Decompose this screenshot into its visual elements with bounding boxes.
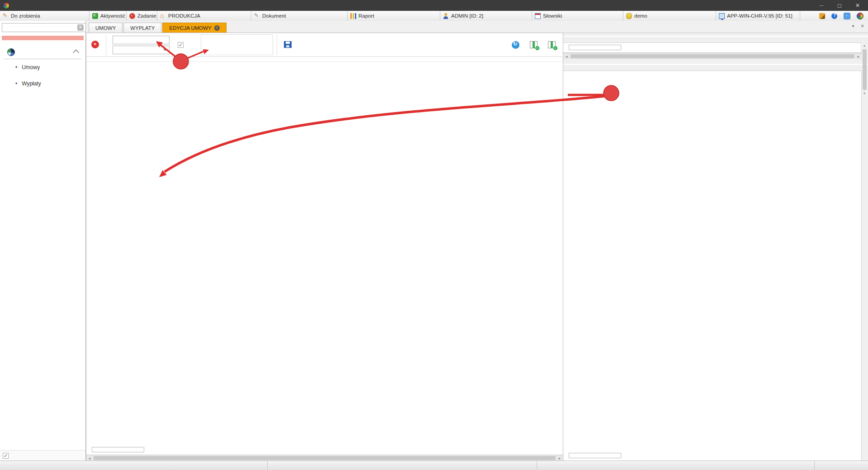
add-column-icon	[530, 41, 538, 48]
menu-item-label: Zadanie	[137, 13, 156, 19]
status-version	[268, 461, 537, 470]
minimize-button[interactable]	[814, 0, 829, 10]
maximize-button[interactable]	[832, 0, 847, 10]
menu-item-zadanie[interactable]: Zadanie	[127, 11, 157, 21]
main-group-panel[interactable]	[86, 57, 563, 62]
sidebar: UmowyWypłaty	[0, 21, 86, 461]
menu-item-do-zrobienia[interactable]: Do zrobienia	[0, 11, 90, 21]
tab-label: UMOWY	[95, 25, 116, 31]
monitor-icon	[719, 13, 725, 19]
refresh-icon	[512, 41, 519, 49]
scroll-right-icon[interactable]	[557, 456, 563, 461]
todo-header	[2, 36, 84, 40]
status-datetime	[815, 461, 868, 470]
menu-item-raport[interactable]: Raport	[348, 11, 440, 21]
menu-item-s-owniki[interactable]: Słowniki	[532, 11, 623, 21]
main-grid-record-count	[92, 447, 144, 452]
app-logo-icon	[3, 2, 9, 9]
scroll-left-icon[interactable]	[563, 54, 570, 59]
scroll-down-icon[interactable]	[863, 91, 865, 96]
sidebar-items: UmowyWypłaty	[0, 59, 85, 92]
menu-item-label: Do zrobienia	[11, 13, 40, 19]
scroll-right-icon[interactable]	[855, 54, 862, 59]
todo-pencil-icon	[3, 13, 9, 19]
collapse-chevron-icon[interactable]	[73, 49, 79, 55]
variables-grid	[86, 62, 563, 445]
status-copyright	[0, 461, 268, 470]
content-area: UMOWYWYPLATYEDYCJA UMOWY	[86, 21, 868, 461]
column-chooser-button[interactable]	[527, 37, 540, 52]
menu-item-label: demo	[634, 13, 647, 19]
tab-strip: UMOWYWYPLATYEDYCJA UMOWY	[86, 21, 868, 33]
search-clear-icon[interactable]	[77, 24, 84, 31]
scroll-up-icon[interactable]	[863, 43, 865, 48]
zmienne-group-panel[interactable]	[563, 38, 868, 42]
report-chart-icon	[350, 13, 356, 19]
uwagi-field[interactable]	[201, 34, 273, 55]
expand-one-group-checkbox[interactable]	[3, 453, 9, 459]
sidebar-item-wyp-aty[interactable]: Wypłaty	[0, 75, 85, 92]
sidebar-group-wyplaty[interactable]	[0, 42, 85, 59]
usun-button[interactable]	[88, 39, 102, 51]
status-bar	[0, 461, 868, 470]
tab-wyplaty[interactable]: WYPLATY	[123, 23, 161, 33]
refresh-button[interactable]	[509, 37, 522, 52]
search-input[interactable]	[2, 23, 86, 32]
sidebar-footer	[0, 450, 85, 461]
menu-item-label: ADMIN [ID: 2]	[451, 13, 483, 19]
app-shell: UmowyWypłaty UMOWYWYPLATYEDYCJA UMOWY	[0, 21, 868, 461]
task-clock-icon	[129, 13, 135, 19]
menu-item-label: Dokument	[262, 13, 286, 19]
menu-item-label: Słowniki	[543, 13, 562, 19]
tabs-dropdown-icon[interactable]	[852, 24, 854, 28]
menu-item-app-win-chr-v-95-id-51[interactable]: APP-WIN-CHR-V.95 [ID: 51]	[716, 11, 800, 21]
menu-bar: Do zrobieniaAktywnośćZadaniePRODUKCJADok…	[0, 11, 868, 21]
scroll-left-icon[interactable]	[86, 456, 93, 461]
document-icon	[254, 13, 260, 19]
tabs-close-icon[interactable]	[861, 24, 864, 28]
pracownicy-group-panel[interactable]	[563, 66, 868, 70]
menu-item-aktywno[interactable]: Aktywność	[90, 11, 127, 21]
paint-icon[interactable]	[819, 13, 825, 19]
menu-item-label: Raport	[359, 13, 374, 19]
aktywna-checkbox[interactable]	[178, 42, 184, 48]
zmienne-record-count	[569, 45, 621, 50]
help-icon[interactable]	[831, 13, 837, 19]
tab-close-icon[interactable]	[214, 25, 220, 31]
app-logo-icon[interactable]	[857, 13, 863, 19]
sidebar-item-umowy[interactable]: Umowy	[0, 59, 85, 75]
zmienne-hscrollbar[interactable]	[563, 53, 862, 59]
zapisz-button[interactable]	[281, 40, 295, 50]
main-grid-hscrollbar[interactable]	[86, 455, 563, 461]
group-ball-icon	[7, 48, 15, 56]
delete-icon	[91, 41, 99, 48]
tab-label: WYPLATY	[130, 25, 155, 31]
data-field[interactable]	[113, 46, 170, 54]
menu-item-produkcja[interactable]: PRODUKCJA	[157, 11, 251, 21]
menu-item-admin-id-2[interactable]: ADMIN [ID: 2]	[440, 11, 532, 21]
database-icon	[626, 13, 632, 19]
pracownicy-record-count	[569, 453, 621, 458]
dictionary-icon	[535, 13, 541, 19]
date-dropdown-icon[interactable]	[163, 49, 167, 51]
sidebar-item-label: Wypłaty	[22, 80, 41, 87]
menu-item-demo[interactable]: demo	[623, 11, 716, 21]
menu-item-dokument[interactable]: Dokument	[251, 11, 348, 21]
tab-label: EDYCJA UMOWY	[169, 25, 211, 31]
zmienne-grid-wrap	[563, 42, 862, 53]
feedback-icon[interactable]	[844, 13, 850, 19]
main-panel	[86, 33, 563, 461]
form-toolbar	[86, 33, 563, 57]
kod-field[interactable]	[113, 36, 170, 44]
tab-umowy[interactable]: UMOWY	[89, 23, 123, 33]
column-chooser-button-2[interactable]	[545, 37, 558, 52]
bullet-icon	[15, 80, 17, 87]
zmienne-vscrollbar[interactable]	[861, 43, 868, 52]
menu-item-label: Aktywność	[100, 13, 125, 19]
activity-icon	[92, 13, 98, 19]
status-license	[537, 461, 815, 470]
add-column-icon	[548, 41, 556, 48]
bullet-icon	[15, 64, 17, 70]
tab-edycja-umowy[interactable]: EDYCJA UMOWY	[162, 23, 226, 33]
close-button[interactable]	[850, 0, 865, 10]
